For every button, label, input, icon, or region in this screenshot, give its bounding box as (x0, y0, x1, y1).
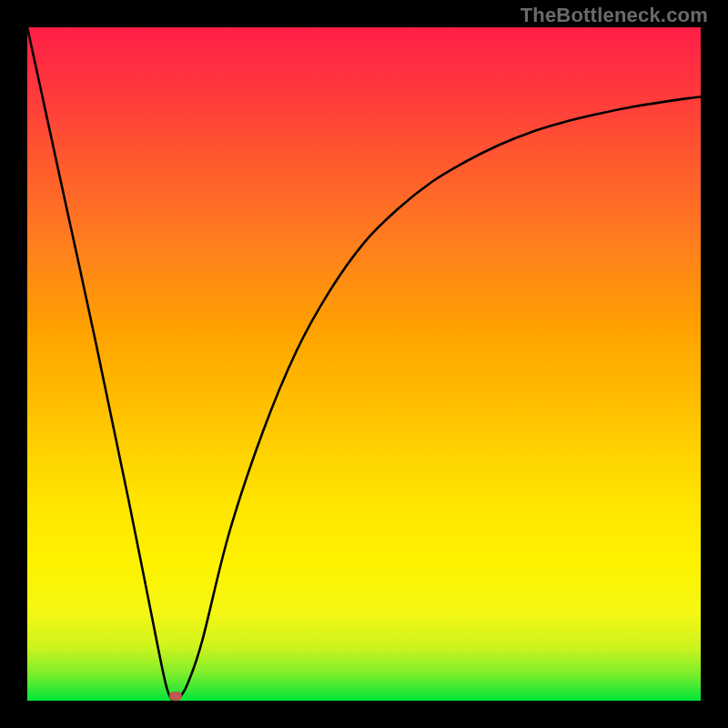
bottleneck-curve (27, 27, 701, 701)
chart-frame: TheBottleneck.com (0, 0, 728, 728)
attribution-label: TheBottleneck.com (521, 4, 708, 27)
optimal-marker (169, 692, 182, 701)
plot-area (27, 27, 701, 701)
